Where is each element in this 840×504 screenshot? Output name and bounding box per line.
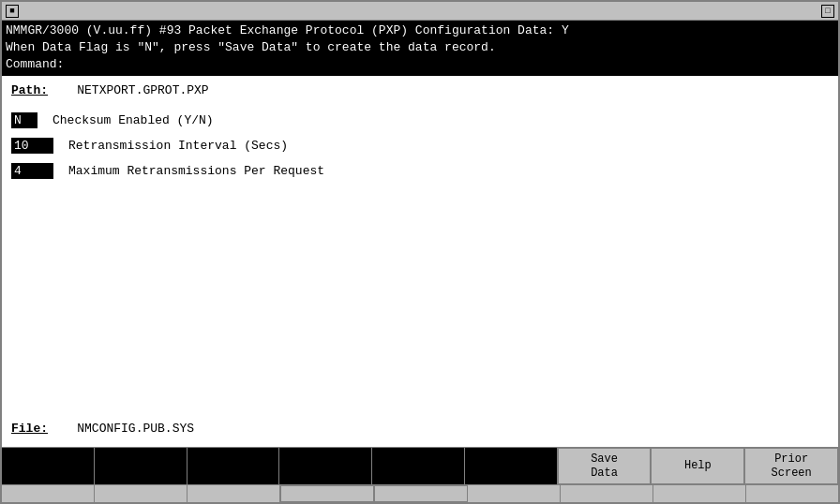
- window-frame: ■ □ NMMGR/3000 (V.uu.ff) #93 Packet Exch…: [0, 0, 840, 504]
- maximize-button[interactable]: □: [821, 5, 834, 18]
- retransmission-interval-label: Retransmission Interval (Secs): [68, 139, 288, 153]
- checksum-row: N Checksum Enabled (Y/N): [11, 112, 829, 128]
- label-f5: [374, 485, 468, 502]
- retransmission-interval-row: 10 Retransmission Interval (Secs): [11, 138, 829, 154]
- title-bar-buttons: ■: [6, 5, 19, 18]
- path-value: NETXPORT.GPROT.PXP: [77, 83, 208, 97]
- header-line1: NMMGR/3000 (V.uu.ff) #93 Packet Exchange…: [6, 22, 834, 39]
- header-line3: Command:: [6, 56, 834, 73]
- f2-button[interactable]: [95, 448, 188, 484]
- retransmission-interval-input[interactable]: 10: [11, 138, 53, 154]
- title-bar: ■ □: [2, 2, 838, 21]
- f1-button[interactable]: [2, 448, 95, 484]
- label-f8: [653, 485, 746, 502]
- label-f4: [280, 485, 374, 502]
- file-label: File:: [11, 422, 48, 436]
- max-retransmissions-input[interactable]: 4: [11, 163, 53, 179]
- button-row: SaveData Help PriorScreen: [2, 448, 838, 485]
- label-f7: [561, 485, 653, 502]
- bottom-toolbar: SaveData Help PriorScreen: [2, 447, 838, 502]
- checksum-input[interactable]: N: [11, 112, 38, 128]
- f5-button[interactable]: [372, 448, 465, 484]
- label-row: [2, 485, 838, 502]
- file-value: NMCONFIG.PUB.SYS: [77, 422, 194, 436]
- label-f6: [468, 485, 561, 502]
- header-line2: When Data Flag is "N", press "Save Data"…: [6, 39, 834, 56]
- minimize-button[interactable]: ■: [6, 5, 19, 18]
- label-f3: [188, 485, 280, 502]
- f6-button[interactable]: [465, 448, 558, 484]
- max-retransmissions-label: Maximum Retransmissions Per Request: [68, 164, 324, 178]
- path-label: Path:: [11, 83, 48, 97]
- path-line: Path: NETXPORT.GPROT.PXP: [11, 83, 829, 97]
- label-f2: [95, 485, 188, 502]
- f4-button[interactable]: [279, 448, 372, 484]
- help-button[interactable]: Help: [651, 448, 744, 484]
- save-data-button[interactable]: SaveData: [558, 448, 652, 484]
- file-line: File: NMCONFIG.PUB.SYS: [11, 422, 829, 439]
- max-retransmissions-row: 4 Maximum Retransmissions Per Request: [11, 163, 829, 179]
- label-f1: [2, 485, 95, 502]
- main-area: Path: NETXPORT.GPROT.PXP N Checksum Enab…: [2, 76, 838, 447]
- prior-screen-button[interactable]: PriorScreen: [744, 448, 838, 484]
- checksum-label: Checksum Enabled (Y/N): [52, 113, 214, 127]
- window-content: NMMGR/3000 (V.uu.ff) #93 Packet Exchange…: [2, 21, 838, 502]
- header-section: NMMGR/3000 (V.uu.ff) #93 Packet Exchange…: [2, 21, 838, 76]
- label-f9: [746, 485, 838, 502]
- form-fields: N Checksum Enabled (Y/N) 10 Retransmissi…: [11, 112, 829, 179]
- f3-button[interactable]: [188, 448, 280, 484]
